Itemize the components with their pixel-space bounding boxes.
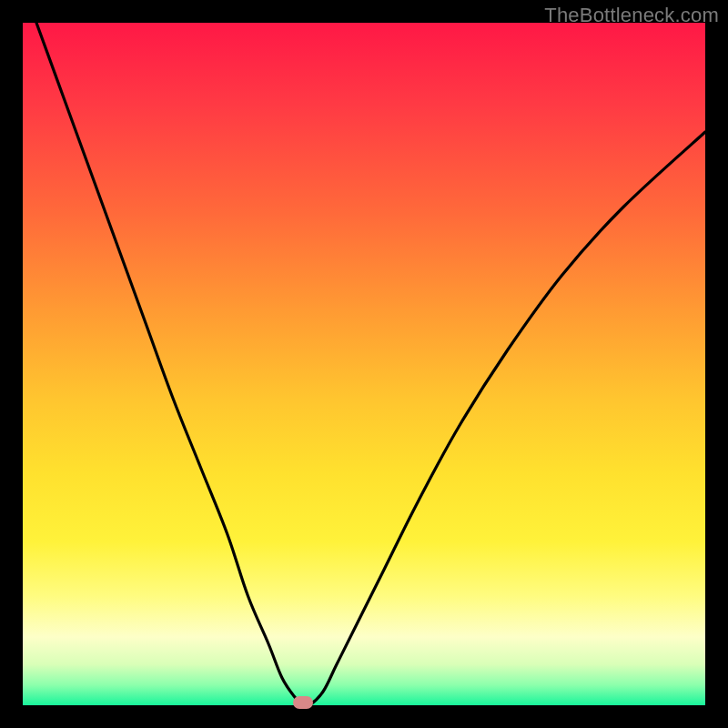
optimal-point-marker	[293, 696, 313, 709]
bottleneck-curve	[23, 23, 705, 705]
plot-area	[23, 23, 705, 705]
chart-frame: TheBottleneck.com	[0, 0, 728, 728]
